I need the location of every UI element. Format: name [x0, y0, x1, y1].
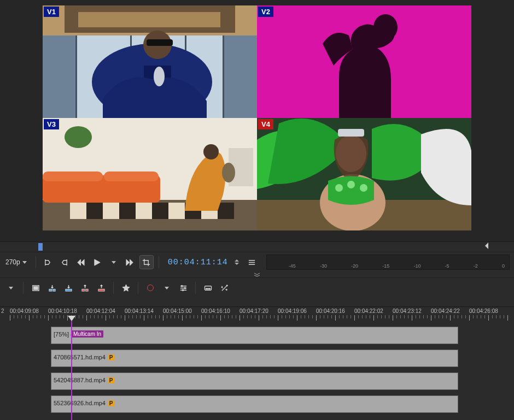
ruler-label: 00:04:09:08: [10, 308, 39, 314]
ruler-label: 00:04:20:16: [316, 308, 345, 314]
svg-rect-46: [33, 286, 38, 289]
multicam-viewer: V1: [0, 0, 514, 241]
timeline-toolbar: [0, 277, 514, 298]
svg-rect-23: [119, 203, 136, 219]
menu-icon[interactable]: [246, 256, 259, 269]
svg-rect-49: [65, 289, 71, 291]
svg-rect-20: [70, 203, 86, 219]
svg-rect-29: [218, 203, 234, 219]
thumb-v3: [43, 118, 257, 230]
ruler-label: 00:04:16:10: [201, 308, 230, 314]
svg-point-17: [373, 14, 398, 40]
svg-rect-32: [104, 171, 159, 181]
svg-rect-48: [52, 289, 55, 291]
svg-rect-50: [81, 289, 84, 291]
clip[interactable]: 552366926.hd.mp4P: [51, 395, 458, 413]
proxy-badge: P: [108, 400, 115, 406]
ruler-clip-left: 2: [1, 308, 4, 314]
thumb-v2: [257, 5, 471, 118]
insert-clip-icon[interactable]: [45, 281, 59, 294]
levels-ticks: -45 -30 -20 -15 -10 -5 -2 0: [267, 255, 509, 269]
multicam-grid: V1: [43, 5, 471, 230]
playhead-line: [71, 323, 72, 420]
resolution-value: 270p: [5, 258, 20, 266]
svg-point-54: [184, 287, 185, 289]
proxy-badge: P: [108, 354, 115, 360]
caret-down-icon: [22, 261, 27, 264]
svg-rect-47: [49, 289, 51, 291]
resolution-select[interactable]: 270p: [4, 258, 30, 266]
out-marker[interactable]: [485, 242, 489, 249]
cell-label: V2: [258, 7, 273, 17]
ruler-label: 00:04:12:04: [86, 308, 115, 314]
cell-v4[interactable]: V4: [257, 118, 471, 230]
play-mode-caret-icon[interactable]: [107, 256, 120, 269]
cell-label: V3: [44, 119, 59, 129]
svg-point-53: [181, 285, 183, 287]
multicam-in-marker: Multicam In: [71, 330, 103, 338]
set-out-icon[interactable]: [58, 256, 71, 269]
ruler-label: 00:04:22:02: [354, 308, 383, 314]
clip[interactable]: [75%] 4.mp4PMulticam In: [51, 327, 458, 344]
ruler-label: 00:04:17:20: [240, 308, 268, 314]
svg-point-15: [154, 67, 165, 86]
record-icon[interactable]: [144, 281, 157, 294]
overwrite-clip-icon[interactable]: [62, 281, 75, 294]
svg-rect-3: [78, 12, 220, 27]
cell-v3[interactable]: V3: [43, 118, 257, 230]
in-marker[interactable]: [38, 243, 43, 251]
proxy-badge: P: [108, 377, 115, 383]
ruler-label: 00:04:13:14: [125, 308, 154, 314]
fast-forward-icon[interactable]: [124, 256, 137, 269]
clip-label: 552366926.hd.mp4P: [54, 400, 114, 406]
set-in-icon[interactable]: [42, 256, 55, 269]
star-icon[interactable]: [119, 281, 132, 294]
magic-wand-icon[interactable]: [218, 281, 231, 294]
mini-timeline[interactable]: [0, 241, 514, 252]
crop-icon[interactable]: [140, 256, 153, 269]
clip-label: 542045887.hd.mp4P: [54, 377, 114, 383]
cell-label: V4: [258, 119, 273, 129]
audio-levels: -45 -30 -20 -15 -10 -5 -2 0: [266, 255, 510, 270]
timeline-ruler[interactable]: 2 00:04:09:0800:04:10:1800:04:12:0400:04…: [0, 306, 514, 323]
timecode-stepper[interactable]: [235, 257, 242, 268]
ruler-label: 00:04:10:18: [48, 308, 77, 314]
ruler-label: 00:04:24:22: [431, 308, 460, 314]
clip-label: 470865571.hd.mp4P: [54, 354, 114, 360]
svg-rect-21: [86, 203, 103, 219]
rewind-icon[interactable]: [74, 256, 87, 269]
lift-clip-icon[interactable]: [95, 281, 108, 294]
svg-rect-51: [85, 289, 88, 291]
clip[interactable]: 470865571.hd.mp4P: [51, 350, 458, 367]
cell-v2[interactable]: V2: [257, 5, 471, 118]
cell-v1[interactable]: V1: [43, 5, 257, 118]
settings-sliders-icon[interactable]: [177, 281, 190, 294]
svg-rect-25: [152, 203, 168, 219]
svg-rect-57: [206, 288, 208, 288]
svg-point-42: [335, 184, 343, 192]
svg-rect-52: [98, 289, 104, 291]
ruler-ticks: [0, 315, 514, 322]
svg-point-43: [347, 181, 355, 188]
remove-clip-icon[interactable]: [78, 281, 91, 294]
svg-point-36: [65, 126, 92, 148]
expand-caret-icon[interactable]: [4, 281, 17, 294]
svg-rect-24: [136, 203, 152, 219]
svg-point-34: [203, 144, 219, 159]
transport-bar: 270p 00:04:11:14 -45 -30 -20 -15 -10 -5 …: [0, 252, 514, 272]
frame-view-icon[interactable]: [29, 281, 42, 294]
clip[interactable]: 542045887.hd.mp4P: [51, 372, 458, 390]
svg-rect-10: [223, 36, 224, 118]
thumb-v1: [43, 5, 257, 118]
cell-label: V1: [44, 7, 59, 17]
play-icon[interactable]: [91, 256, 104, 269]
ruler-label: 00:04:26:08: [469, 308, 498, 314]
svg-rect-7: [75, 36, 77, 118]
panel-resize-grip[interactable]: [0, 272, 514, 277]
record-caret-icon[interactable]: [160, 281, 173, 294]
timecode-display[interactable]: 00:04:11:14: [165, 258, 231, 267]
svg-rect-5: [224, 36, 257, 118]
svg-rect-31: [43, 171, 103, 181]
timeline-tracks[interactable]: [75%] 4.mp4PMulticam In470865571.hd.mp4P…: [0, 323, 514, 420]
subtitle-icon[interactable]: [201, 281, 214, 294]
